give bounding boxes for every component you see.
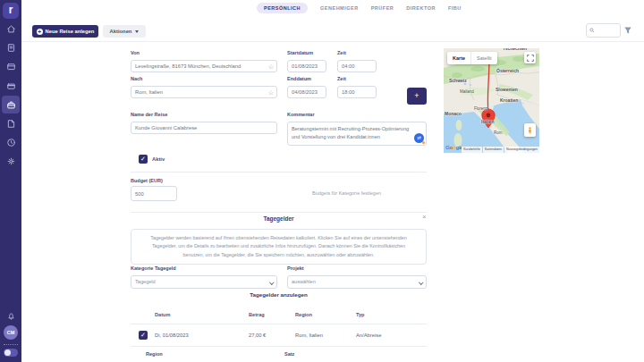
map-type-karte[interactable]: Karte	[447, 52, 470, 64]
startdatum-label: Startdatum	[287, 50, 326, 55]
pegman-icon	[527, 126, 533, 135]
enddatum-input[interactable]	[287, 86, 326, 98]
budget-input[interactable]	[131, 186, 177, 201]
theme-toggle[interactable]	[4, 349, 18, 357]
projekt-select[interactable]: auswählen	[287, 275, 427, 289]
sidebar-item-cards[interactable]	[0, 77, 21, 95]
startdatum-input[interactable]	[287, 60, 326, 72]
trip-name-input[interactable]	[131, 122, 277, 134]
new-trip-label: Neue Reise anlegen	[46, 29, 95, 34]
map-label-schweiz: Schweiz	[449, 78, 467, 83]
nach-input[interactable]	[131, 86, 277, 98]
enddatum-label: Enddatum	[287, 76, 326, 81]
notification-dot	[422, 141, 426, 145]
von-label: Von	[131, 50, 277, 55]
tab-genehmiger[interactable]: GENEHMIGER	[320, 5, 359, 11]
new-trip-button[interactable]: Neue Reise anlegen	[32, 25, 98, 38]
sidebar-item-inbox[interactable]	[0, 57, 21, 75]
actions-label: Aktionen	[110, 29, 132, 34]
budget-category-link[interactable]: Budgets für Kategorie festlegen	[312, 190, 381, 196]
field-projekt: Projekt auswählen	[287, 265, 427, 289]
attribution-nutzungsbedingungen[interactable]: Nutzungsbedingungen	[504, 147, 539, 153]
field-kategorie-tagegeld: Kategorie Tagegeld Tagegeld	[131, 265, 277, 289]
sidebar: r CM	[0, 0, 21, 362]
projekt-value: auswählen	[292, 279, 316, 284]
map-label-italien: Italien	[481, 119, 494, 124]
aktiv-label: Aktiv	[152, 156, 165, 162]
kategorie-select[interactable]: Tagegeld	[131, 275, 277, 289]
home-icon	[6, 24, 16, 34]
sidebar-item-trips[interactable]	[2, 96, 20, 114]
map-label-oesterreich: Österreich	[496, 68, 519, 73]
row-checkbox[interactable]	[139, 331, 148, 340]
map-type-control: Karte Satellit	[447, 52, 497, 64]
kategorie-value: Tagegeld	[135, 279, 156, 284]
map-label-florenz: Florenz	[474, 106, 487, 111]
kommentar-textarea[interactable]: Beratungstermin mit Recruiting-Prozess-O…	[287, 122, 427, 146]
sidebar-item-settings[interactable]	[0, 152, 21, 170]
zeit-start-label: Zeit	[337, 50, 377, 55]
clock-icon	[6, 138, 16, 147]
cell-betrag: 27,00 €	[249, 333, 266, 338]
projekt-label: Projekt	[287, 265, 427, 271]
field-zeit-start: Zeit	[337, 50, 377, 72]
map-label-tschechien: Tschechien	[503, 48, 527, 51]
app-logo[interactable]: r	[3, 3, 19, 19]
tab-fibu[interactable]: FIBU	[448, 5, 462, 11]
map-type-satellit[interactable]: Satellit	[470, 52, 497, 64]
aktiv-checkbox[interactable]	[139, 155, 148, 164]
col-header-region: Region	[295, 312, 312, 317]
gear-icon	[6, 156, 16, 166]
budget-label: Budget (EUR)	[131, 178, 163, 183]
trip-form: Von Startdatum Zeit Nach Enddatum Zeit N…	[131, 46, 427, 362]
translate-icon[interactable]	[414, 133, 424, 143]
sidebar-item-time[interactable]	[0, 133, 21, 151]
chevron-down-icon	[419, 280, 423, 284]
attribution-kartendaten[interactable]: Kartendaten	[483, 147, 504, 153]
google-logo[interactable]: Google	[445, 145, 462, 150]
map-label-slowenien: Slowenien	[496, 87, 518, 92]
von-input[interactable]	[131, 60, 277, 72]
map-fullscreen-button[interactable]	[524, 52, 536, 63]
sidebar-divider	[4, 344, 18, 345]
trip-name-label: Name der Reise	[131, 112, 277, 117]
zeit-start-input[interactable]	[337, 60, 377, 72]
favorite-star-icon[interactable]	[268, 63, 274, 70]
filter-icon[interactable]	[623, 26, 632, 35]
tab-persoenlich[interactable]: PERSÖNLICH	[257, 3, 308, 13]
document-icon	[6, 119, 16, 129]
pegman-control[interactable]	[524, 123, 536, 137]
map-canvas[interactable]: Tschechien Österreich Schweiz Slowenien …	[444, 48, 539, 153]
nach-label: Nach	[131, 76, 277, 81]
tagegelder-title: Tagegelder	[131, 215, 427, 222]
sidebar-item-documents[interactable]	[0, 114, 21, 132]
field-enddatum: Enddatum	[287, 76, 326, 98]
satz-label: Satz	[284, 351, 294, 357]
add-leg-button[interactable]	[407, 88, 427, 105]
receipts-icon	[6, 43, 16, 53]
zeit-end-input[interactable]	[337, 86, 377, 98]
user-avatar[interactable]: CM	[4, 325, 18, 340]
plus-circle-icon	[37, 29, 43, 35]
search-input[interactable]	[597, 28, 617, 33]
notifications-button[interactable]	[0, 307, 21, 324]
inbox-icon	[6, 62, 16, 72]
field-zeit-end: Zeit	[337, 76, 377, 98]
map-label-rom: Rom	[494, 130, 503, 135]
favorite-star-icon[interactable]	[268, 89, 274, 96]
col-header-betrag: Betrag	[249, 312, 265, 317]
sidebar-item-home[interactable]	[0, 20, 21, 38]
field-von: Von	[131, 50, 277, 72]
cell-datum: Di, 01/08/2023	[155, 333, 189, 338]
tab-pruefer[interactable]: PRÜFER	[371, 5, 394, 11]
sidebar-item-receipts[interactable]	[0, 38, 21, 56]
attribution-kurzbefehle[interactable]: Kurzbefehle	[462, 147, 482, 153]
tab-direktor[interactable]: DIREKTOR	[406, 5, 436, 11]
col-header-typ: Typ	[356, 312, 365, 317]
tagegelder-info: Tagegelder werden basierend auf Ihren ob…	[131, 229, 427, 265]
search-icon	[589, 28, 595, 33]
actions-button[interactable]: Aktionen	[103, 25, 146, 38]
role-tabs: PERSÖNLICH GENEHMIGER PRÜFER DIREKTOR FI…	[257, 3, 462, 13]
close-icon[interactable]	[422, 214, 427, 221]
cell-typ: An/Abreise	[356, 333, 381, 338]
